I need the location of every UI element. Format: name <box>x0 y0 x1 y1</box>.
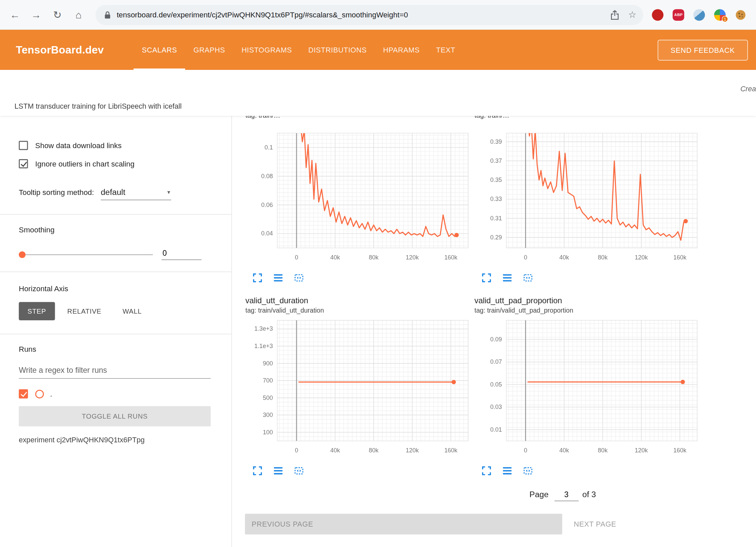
fit-frame-icon[interactable] <box>523 272 533 284</box>
svg-text:120k: 120k <box>635 254 648 261</box>
tab-hparams[interactable]: HPARAMS <box>375 30 428 70</box>
run-name: . <box>50 390 52 398</box>
svg-text:1.3e+3: 1.3e+3 <box>254 325 273 332</box>
chevron-down-icon: ▼ <box>166 190 171 195</box>
smoothing-label: Smoothing <box>19 226 211 234</box>
chart-canvas[interactable]: 0.010.030.050.070.09040k80k120k160k <box>475 316 701 461</box>
svg-text:0.37: 0.37 <box>490 157 502 164</box>
tab-text[interactable]: TEXT <box>428 30 464 70</box>
reload-icon[interactable]: ↻ <box>51 9 64 21</box>
fit-frame-icon[interactable] <box>294 465 304 477</box>
slider-thumb[interactable] <box>19 251 25 258</box>
svg-text:500: 500 <box>263 395 273 401</box>
svg-text:900: 900 <box>263 360 273 367</box>
globe-extension-icon[interactable] <box>694 9 705 21</box>
tab-scalars[interactable]: SCALARS <box>134 30 185 70</box>
svg-text:40k: 40k <box>559 254 569 261</box>
home-icon[interactable]: ⌂ <box>72 9 85 21</box>
experiment-name: experiment cj2vtPiwQHKN9Q1tx6PTpg <box>19 436 211 444</box>
svg-text:100: 100 <box>263 429 273 436</box>
svg-text:700: 700 <box>263 377 273 384</box>
tab-histograms[interactable]: HISTOGRAMS <box>233 30 300 70</box>
url-text: tensorboard.dev/experiment/cj2vtPiwQHKN9… <box>117 10 601 19</box>
run-row: . <box>19 389 211 398</box>
chart-toolbar <box>245 272 472 284</box>
slider-track <box>19 254 153 255</box>
show-download-links-label: Show data download links <box>35 141 122 150</box>
cookie-icon[interactable] <box>735 9 747 21</box>
chart-card: tag: train/… 0.290.310.330.350.370.39040… <box>475 116 701 284</box>
svg-text:0: 0 <box>524 447 527 454</box>
ignore-outliers-label: Ignore outliers in chart scaling <box>35 159 134 168</box>
smoothing-slider-row <box>19 249 211 260</box>
tensorboard-logo[interactable]: TensorBoard.dev <box>16 44 104 57</box>
svg-text:0: 0 <box>295 447 298 454</box>
axis-wall-button[interactable]: WALL <box>114 302 150 320</box>
svg-text:160k: 160k <box>444 254 458 261</box>
axis-step-button[interactable]: STEP <box>19 302 55 320</box>
smoothing-slider[interactable] <box>19 250 153 258</box>
svg-text:0.1: 0.1 <box>265 144 273 151</box>
chart-title: valid_utt_pad_proportion <box>475 296 701 307</box>
nav-tabs: SCALARS GRAPHS HISTOGRAMS DISTRIBUTIONS … <box>134 30 464 70</box>
url-bar[interactable]: tensorboard.dev/experiment/cj2vtPiwQHKN9… <box>96 5 643 25</box>
svg-text:160k: 160k <box>673 447 687 454</box>
svg-text:120k: 120k <box>635 447 648 454</box>
browser-toolbar: ← → ↻ ⌂ tensorboard.dev/experiment/cj2vt… <box>0 0 756 30</box>
chart-canvas[interactable]: 0.040.060.080.1040k80k120k160k <box>245 123 472 268</box>
svg-text:0.03: 0.03 <box>490 404 502 410</box>
next-page-button[interactable]: NEXT PAGE <box>574 520 616 528</box>
lines-icon[interactable] <box>273 465 284 477</box>
fit-frame-icon[interactable] <box>523 465 533 477</box>
profile-avatar-icon[interactable]: 1 <box>714 9 726 21</box>
tooltip-sorting-dropdown[interactable]: default ▼ <box>101 188 171 200</box>
show-download-links-checkbox[interactable] <box>19 141 28 150</box>
svg-text:0.09: 0.09 <box>490 336 502 343</box>
chart-card: tag: train/… 0.040.060.080.1040k80k120k1… <box>245 116 472 284</box>
expand-icon[interactable] <box>481 465 492 477</box>
ignore-outliers-row: Ignore outliers in chart scaling <box>19 159 211 168</box>
lines-icon[interactable] <box>273 272 284 284</box>
svg-text:0.29: 0.29 <box>490 234 502 241</box>
expand-icon[interactable] <box>481 272 492 284</box>
chart-toolbar <box>475 465 701 477</box>
toggle-all-runs-button[interactable]: TOGGLE ALL RUNS <box>19 406 211 427</box>
send-feedback-button[interactable]: SEND FEEDBACK <box>658 39 748 60</box>
expand-icon[interactable] <box>252 272 263 284</box>
page: ← → ↻ ⌂ tensorboard.dev/experiment/cj2vt… <box>0 0 756 547</box>
runs-filter-input[interactable] <box>19 366 211 379</box>
forward-icon[interactable]: → <box>30 9 42 21</box>
abp-extension-icon[interactable]: ABP <box>673 9 684 21</box>
run-checkbox[interactable] <box>19 389 28 398</box>
chart-tag: tag: train/valid_utt_duration <box>245 307 472 317</box>
fit-frame-icon[interactable] <box>294 272 304 284</box>
clipped-chart-header: tag: train/… <box>245 116 472 123</box>
svg-text:0.06: 0.06 <box>261 202 273 208</box>
page-number-input[interactable] <box>554 490 579 501</box>
svg-text:0.07: 0.07 <box>490 358 502 365</box>
svg-text:80k: 80k <box>369 447 379 454</box>
previous-page-button[interactable]: PREVIOUS PAGE <box>245 514 562 534</box>
tab-distributions[interactable]: DISTRIBUTIONS <box>300 30 375 70</box>
experiment-subheader: Crea LSTM transducer training for LibriS… <box>0 70 756 116</box>
extension-icons: ABP 1 <box>648 9 750 21</box>
svg-text:40k: 40k <box>330 447 340 454</box>
tab-graphs[interactable]: GRAPHS <box>185 30 233 70</box>
red-shield-extension-icon[interactable] <box>652 9 664 21</box>
chart-canvas[interactable]: 1003005007009001.1e+31.3e+3040k80k120k16… <box>245 316 472 461</box>
bookmark-star-icon[interactable]: ☆ <box>628 9 637 20</box>
back-icon[interactable]: ← <box>9 9 21 21</box>
share-icon[interactable] <box>611 10 619 20</box>
charts-grid: tag: train/… 0.040.060.080.1040k80k120k1… <box>232 116 756 476</box>
page-of-label: of 3 <box>582 490 596 500</box>
axis-relative-button[interactable]: RELATIVE <box>58 302 110 320</box>
chart-canvas[interactable]: 0.290.310.330.350.370.39040k80k120k160k <box>475 123 701 268</box>
svg-text:120k: 120k <box>406 447 419 454</box>
expand-icon[interactable] <box>252 465 263 477</box>
smoothing-value-input[interactable] <box>161 249 202 260</box>
svg-text:160k: 160k <box>444 447 458 454</box>
ignore-outliers-checkbox[interactable] <box>19 159 28 168</box>
run-color-swatch <box>35 390 44 398</box>
lines-icon[interactable] <box>502 272 513 284</box>
lines-icon[interactable] <box>502 465 513 477</box>
